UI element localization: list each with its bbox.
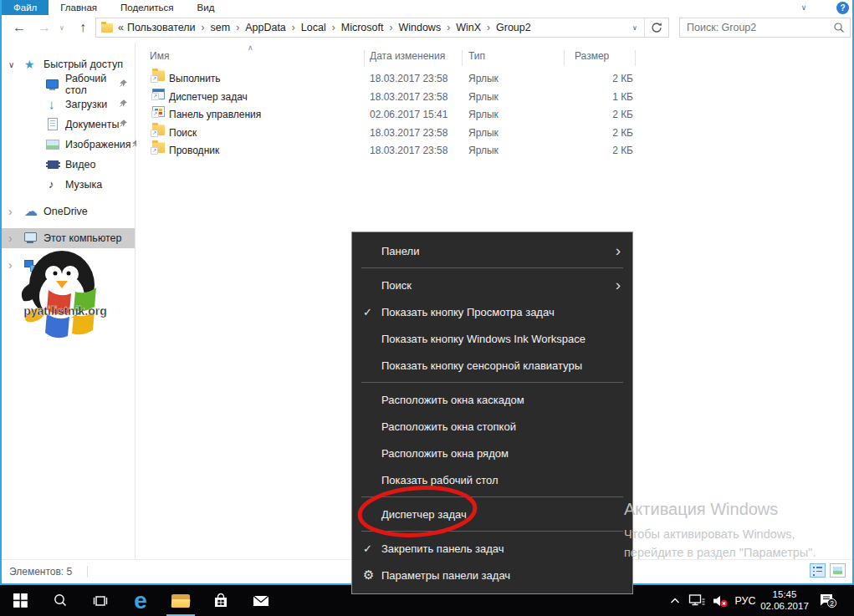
language-indicator[interactable]: РУС	[731, 585, 759, 616]
refresh-button[interactable]	[644, 18, 668, 37]
ribbon-tab[interactable]: Главная	[49, 0, 109, 15]
help-icon[interactable]	[836, 2, 849, 14]
breadcrumb-item[interactable]: Microsoft	[341, 22, 399, 33]
menu-item-label: Панели	[381, 245, 419, 257]
column-divider[interactable]	[462, 50, 463, 66]
store-bag-icon	[212, 593, 229, 609]
search-icon[interactable]	[833, 22, 845, 33]
sidebar-item[interactable]: Рабочий стол	[2, 74, 135, 94]
back-button[interactable]	[8, 17, 30, 38]
ribbon-tab-label: Файл	[13, 3, 37, 13]
sidebar-item[interactable]: Быстрый доступ	[2, 54, 135, 74]
ribbon-tab[interactable]: Вид	[186, 0, 227, 15]
items-count: Элементов: 5	[9, 566, 72, 578]
edge-browser-button[interactable]	[120, 585, 161, 616]
sidebar-item[interactable]: Документы	[2, 115, 135, 135]
file-row[interactable]: Проводник 18.03.2017 23:58 Ярлык 2 КБ	[136, 142, 851, 160]
expander-icon[interactable]	[8, 60, 23, 69]
column-header-size[interactable]: Размер	[575, 50, 609, 62]
menu-item[interactable]: Поиск	[352, 272, 632, 298]
mail-envelope-icon	[253, 594, 269, 608]
sidebar-item[interactable]: Музыка	[2, 175, 135, 195]
file-row[interactable]: Выполнить 18.03.2017 23:58 Ярлык 2 КБ	[136, 70, 851, 89]
column-header-date[interactable]: Дата изменения	[370, 50, 445, 62]
store-button[interactable]	[201, 585, 241, 616]
file-explorer-taskbar-button[interactable]	[161, 585, 201, 616]
task-view-button[interactable]	[80, 585, 120, 616]
column-divider[interactable]	[635, 50, 636, 66]
file-row[interactable]: Панель управления 02.06.2017 15:41 Ярлык…	[136, 106, 851, 125]
tray-show-hidden-icons-button[interactable]	[667, 585, 683, 616]
menu-item[interactable]: Показать кнопку Windows Ink Workspace	[352, 325, 632, 352]
file-row[interactable]: Диспетчер задач 18.03.2017 23:58 Ярлык 1…	[136, 89, 851, 107]
breadcrumb-item[interactable]: AppData	[245, 22, 301, 33]
sidebar-item[interactable]: Изображения	[2, 135, 135, 155]
sort-ascending-icon[interactable]	[248, 43, 253, 52]
menu-item[interactable]: Параметры панели задач	[352, 562, 632, 588]
breadcrumb-item[interactable]: Пользователи	[127, 22, 211, 33]
menu-item[interactable]: Диспетчер задач	[352, 501, 632, 527]
menu-item[interactable]: Расположить окна стопкой	[352, 413, 632, 440]
file-size: 2 КБ	[575, 142, 633, 160]
expander-icon[interactable]	[8, 205, 23, 218]
menu-item[interactable]: Закрепить панель задач	[352, 535, 632, 562]
menu-item[interactable]: Расположить окна каскадом	[352, 386, 632, 413]
sidebar-item[interactable]: OneDrive	[2, 201, 135, 221]
address-dropdown-icon[interactable]	[626, 24, 644, 32]
chevron-right-icon[interactable]	[230, 22, 245, 33]
file-size: 1 КБ	[575, 89, 633, 107]
file-row[interactable]: Поиск 18.03.2017 23:58 Ярлык 2 КБ	[136, 125, 851, 143]
file-icon	[152, 142, 165, 153]
action-center-button[interactable]: 2	[815, 585, 841, 616]
ribbon-collapse-icon[interactable]	[791, 3, 816, 12]
menu-item[interactable]: Показать рабочий стол	[352, 466, 632, 493]
notification-icon: 2	[818, 593, 838, 609]
recent-locations-chevron-icon[interactable]	[55, 17, 69, 38]
menu-item[interactable]: Показать кнопку Просмотра задач	[352, 298, 632, 325]
taskbar-search-button[interactable]	[40, 585, 80, 616]
clock[interactable]: 15:45 02.06.2017	[758, 585, 811, 616]
windows-logo-icon	[13, 593, 28, 608]
ribbon-tabs: Файл Главная Поделиться Вид	[2, 0, 226, 15]
start-button[interactable]	[0, 585, 40, 616]
breadcrumb-item[interactable]: Group2	[496, 22, 531, 33]
chevron-right-icon[interactable]	[326, 22, 341, 33]
mail-button[interactable]	[241, 585, 281, 616]
breadcrumb-item[interactable]: Local	[301, 22, 341, 33]
chevron-right-icon[interactable]	[441, 22, 456, 33]
refresh-icon	[651, 22, 662, 33]
file-icon	[152, 89, 165, 99]
address-bar[interactable]: « Пользователи sem	[95, 18, 669, 38]
menu-item[interactable]: Показать кнопку сенсорной клавиатуры	[352, 352, 632, 379]
chevron-right-icon[interactable]	[196, 22, 211, 33]
pin-icon	[119, 99, 128, 110]
column-divider[interactable]	[364, 50, 365, 66]
column-header-type[interactable]: Тип	[468, 50, 485, 62]
menu-item-label: Расположить окна стопкой	[381, 420, 516, 433]
forward-button[interactable]	[33, 17, 55, 38]
chevron-right-icon[interactable]	[383, 22, 398, 33]
status-divider	[87, 566, 88, 578]
breadcrumb-item[interactable]: Windows	[398, 22, 456, 33]
search-input[interactable]	[680, 18, 836, 37]
ribbon-tab[interactable]: Файл	[2, 0, 49, 15]
volume-muted-tray-icon[interactable]	[709, 585, 731, 616]
breadcrumb-item[interactable]: WinX	[456, 22, 496, 33]
sidebar-item[interactable]: Этот компьютер	[2, 228, 135, 248]
chevron-right-icon[interactable]	[286, 22, 301, 33]
menu-item-label: Расположить окна каскадом	[381, 394, 524, 406]
menu-item[interactable]: Панели	[352, 237, 632, 264]
details-view-toggle[interactable]	[810, 563, 826, 578]
large-icons-view-toggle[interactable]	[830, 563, 846, 578]
column-header-name[interactable]: Имя	[150, 50, 169, 62]
chevron-right-icon[interactable]	[481, 22, 496, 33]
breadcrumb-item[interactable]: sem	[211, 22, 246, 33]
sidebar-item[interactable]: Загрузки	[2, 94, 135, 115]
sidebar-item[interactable]: Видео	[2, 155, 135, 175]
up-button[interactable]	[72, 17, 94, 38]
expander-icon[interactable]	[8, 232, 23, 245]
column-divider[interactable]	[564, 50, 565, 66]
menu-item[interactable]: Расположить окна рядом	[352, 440, 632, 466]
network-tray-icon[interactable]	[686, 585, 708, 616]
ribbon-tab[interactable]: Поделиться	[109, 0, 186, 15]
